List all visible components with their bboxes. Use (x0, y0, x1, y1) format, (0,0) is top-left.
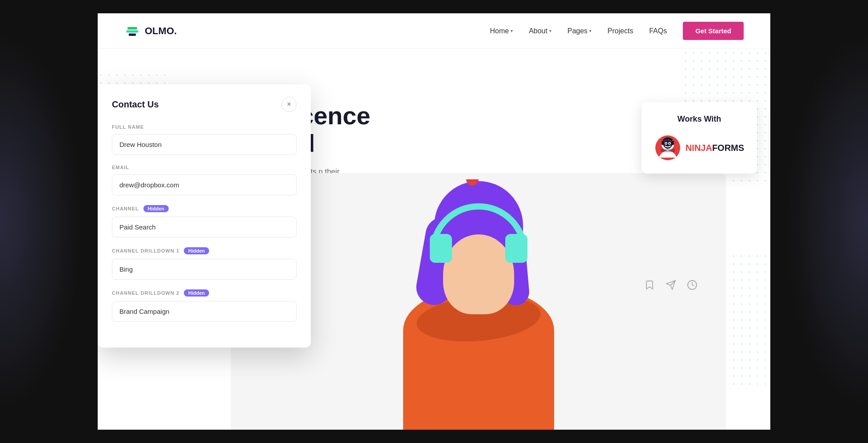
channel-label: CHANNEL Hidden (112, 205, 297, 212)
send-icon[interactable] (666, 280, 678, 292)
headphone-right-cup (505, 234, 527, 263)
svg-rect-1 (127, 27, 137, 29)
full-name-label: FULL NAME (112, 124, 297, 130)
ninja-forms-text: NINJAFORMS (686, 143, 744, 153)
nav-links: Home ▾ About ▾ Pages ▾ Projects FAQs Get… (490, 22, 744, 40)
modal-title: Contact Us (112, 99, 159, 110)
full-name-input[interactable] (112, 134, 297, 155)
channel-drilldown-2-hidden-badge: Hidden (184, 289, 209, 297)
site-logo[interactable]: OLMO. (124, 23, 177, 39)
dark-overlay-bottom (0, 430, 868, 443)
channel-drilldown-1-label: CHANNEL DRILLDOWN 1 Hidden (112, 247, 297, 254)
channel-drilldown-1-input[interactable] (112, 259, 297, 280)
dark-overlay-left (0, 0, 98, 443)
svg-rect-2 (129, 33, 136, 36)
logo-text: OLMO. (145, 25, 177, 37)
email-input[interactable] (112, 174, 297, 195)
dark-overlay-top (0, 0, 868, 13)
action-icons-row (644, 280, 699, 292)
svg-rect-0 (127, 30, 139, 32)
channel-input[interactable] (112, 217, 297, 237)
works-with-card: Works With NINJ (642, 102, 757, 174)
channel-group: CHANNEL Hidden (112, 205, 297, 237)
works-with-title: Works With (654, 115, 745, 124)
nav-about[interactable]: About ▾ (529, 27, 551, 35)
clock-icon[interactable] (687, 280, 699, 292)
nav-faqs[interactable]: FAQs (649, 27, 667, 35)
channel-drilldown-1-group: CHANNEL DRILLDOWN 1 Hidden (112, 247, 297, 280)
channel-drilldown-2-input[interactable] (112, 301, 297, 322)
svg-rect-13 (662, 141, 664, 145)
svg-point-12 (669, 143, 670, 144)
site-content: asiest way to licence c for your brand e… (98, 49, 770, 430)
contact-modal: Contact Us × FULL NAME EMAIL CHANNEL Hid… (98, 84, 311, 348)
ninja-forms-icon (654, 134, 681, 161)
logo-icon (124, 23, 140, 39)
nav-pages[interactable]: Pages ▾ (567, 27, 591, 35)
email-group: EMAIL (112, 165, 297, 195)
nav-pages-arrow: ▾ (589, 28, 591, 33)
nav-about-arrow: ▾ (549, 28, 551, 33)
svg-point-11 (665, 143, 666, 144)
ninja-forms-logo: NINJAFORMS (654, 134, 745, 161)
modal-close-button[interactable]: × (281, 97, 297, 112)
email-label: EMAIL (112, 165, 297, 170)
channel-drilldown-2-label: CHANNEL DRILLDOWN 2 Hidden (112, 289, 297, 297)
channel-drilldown-2-group: CHANNEL DRILLDOWN 2 Hidden (112, 289, 297, 322)
bookmark-icon[interactable] (644, 280, 657, 292)
svg-rect-15 (661, 149, 675, 152)
svg-rect-14 (671, 141, 674, 145)
channel-drilldown-1-hidden-badge: Hidden (184, 247, 209, 254)
modal-header: Contact Us × (112, 97, 297, 112)
channel-hidden-badge: Hidden (143, 205, 169, 212)
headphone-left-cup (430, 234, 452, 263)
nav-home-arrow: ▾ (511, 28, 513, 33)
nav-home[interactable]: Home ▾ (490, 27, 513, 35)
dark-overlay-right (770, 0, 868, 443)
site-navigation: OLMO. Home ▾ About ▾ Pages ▾ Projects FA… (98, 13, 770, 49)
hero-person (394, 217, 563, 430)
full-name-group: FULL NAME (112, 124, 297, 155)
nav-projects[interactable]: Projects (607, 27, 633, 35)
get-started-button[interactable]: Get Started (683, 22, 744, 40)
